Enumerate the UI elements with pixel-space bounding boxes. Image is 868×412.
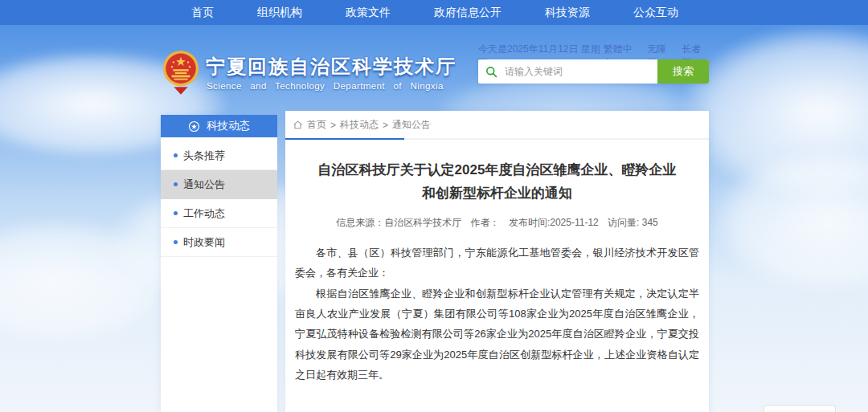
article-title-line1: 自治区科技厅关于认定2025年度自治区雏鹰企业、瞪羚企业 [308, 159, 686, 182]
sidebar-item-headlines[interactable]: 头条推荐 [161, 141, 277, 170]
article-title-line2: 和创新型标杆企业的通知 [308, 182, 686, 206]
breadcrumb-home[interactable]: 首页 [307, 118, 326, 132]
attachments-label: 附件： [317, 410, 349, 412]
breadcrumb-notices[interactable]: 通知公告 [392, 118, 431, 132]
article-body: 各市、县（区）科技管理部门，宁东能源化工基地管委会，银川经济技术开发区管委会，各… [295, 243, 699, 385]
sidebar-title: 科技动态 [207, 119, 250, 133]
sidebar-item-label: 头条推荐 [183, 149, 225, 163]
article-title: 自治区科技厅关于认定2025年度自治区雏鹰企业、瞪羚企业 和创新型标杆企业的通知 [308, 159, 686, 205]
list-bullet-icon [174, 153, 178, 157]
breadcrumb-separator: > [383, 120, 388, 131]
sidebar-item-label: 时政要闻 [183, 235, 225, 250]
list-bullet-icon [174, 211, 178, 215]
star-circle-icon [188, 120, 200, 133]
nav-item-organization[interactable]: 组织机构 [257, 6, 302, 20]
sidebar-item-label: 工作动态 [183, 206, 225, 221]
search-icon [485, 66, 497, 78]
site-title: 宁夏回族自治区科学技术厅 [206, 54, 457, 80]
breadcrumb-underline [285, 138, 404, 140]
nav-item-home[interactable]: 首页 [191, 6, 214, 20]
attachments-section: 附件： 1.2025年度自治区雏鹰企业认定名单 2.2025年度自治区瞪羚企业认… [317, 410, 709, 412]
attachment-link[interactable]: 1.2025年度自治区雏鹰企业认定名单 [349, 410, 548, 412]
floating-widget[interactable] [764, 405, 836, 412]
sidebar-item-label: 通知公告 [183, 177, 225, 192]
top-navigation-bar: 首页 组织机构 政策文件 政府信息公开 科技资源 公众互动 [0, 0, 868, 25]
nav-item-tech-resources[interactable]: 科技资源 [545, 6, 590, 20]
list-bullet-icon [174, 240, 178, 244]
search-bar: 搜索 [478, 59, 709, 84]
sidebar-item-current-affairs[interactable]: 时政要闻 [161, 228, 277, 257]
meta-visit-count: 访问量: 345 [608, 217, 658, 228]
search-button[interactable]: 搜索 [657, 59, 709, 84]
site-subtitle: Science and Technology Department of Nin… [207, 81, 444, 91]
search-input[interactable] [503, 65, 657, 78]
nav-item-gov-info-disclosure[interactable]: 政府信息公开 [434, 6, 502, 20]
nav-item-public-interaction[interactable]: 公众互动 [633, 6, 678, 20]
breadcrumb-separator: > [330, 120, 336, 131]
page: 首页 组织机构 政策文件 政府信息公开 科技资源 公众互动 宁夏回族自治区科学技… [0, 0, 868, 412]
meta-publish-time: 发布时间:2025-11-12 [509, 217, 599, 228]
article-meta: 信息来源：自治区科学技术厅 作者： 发布时间:2025-11-12 访问量: 3… [285, 216, 709, 230]
home-icon [293, 120, 303, 130]
article-paragraph: 各市、县（区）科技管理部门，宁东能源化工基地管委会，银川经济技术开发区管委会，各… [295, 243, 699, 284]
sidebar: 科技动态 头条推荐 通知公告 工作动态 时政要闻 [161, 115, 277, 412]
article-paragraph: 根据自治区雏鹰企业、瞪羚企业和创新型标杆企业认定管理有关规定，决定认定半亩良人农… [295, 284, 699, 385]
breadcrumb-tech-news[interactable]: 科技动态 [340, 118, 379, 132]
list-bullet-icon [174, 182, 178, 186]
main-content-panel: 首页 > 科技动态 > 通知公告 自治区科技厅关于认定2025年度自治区雏鹰企业… [285, 111, 709, 412]
sidebar-item-notices[interactable]: 通知公告 [161, 170, 277, 199]
breadcrumb: 首页 > 科技动态 > 通知公告 [285, 111, 709, 140]
meta-author: 作者： [471, 217, 500, 228]
sidebar-header-tech-news[interactable]: 科技动态 [161, 115, 277, 137]
national-emblem-icon [162, 49, 199, 96]
nav-item-policy-documents[interactable]: 政策文件 [346, 6, 391, 20]
meta-source: 信息来源：自治区科学技术厅 [336, 217, 461, 228]
sidebar-item-work-updates[interactable]: 工作动态 [161, 199, 277, 228]
